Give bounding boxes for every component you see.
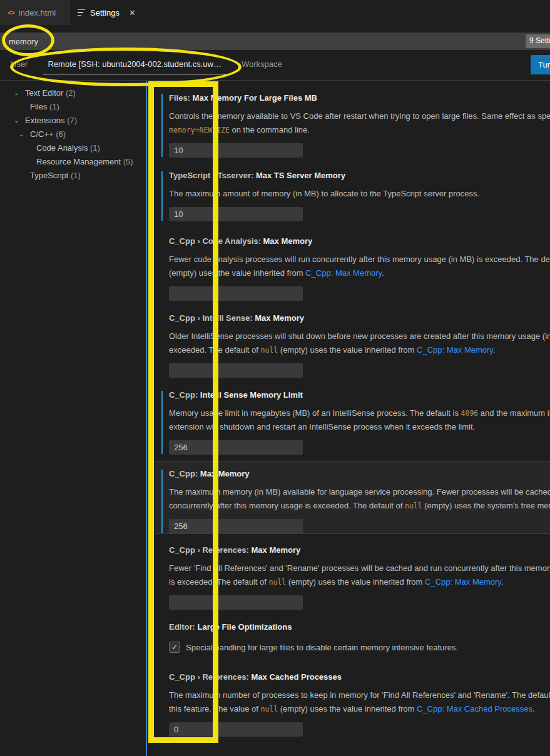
settings-search-input[interactable] xyxy=(0,33,550,50)
toc-item-label: TypeScript xyxy=(30,171,71,180)
description-text: . xyxy=(501,577,504,587)
code-span: null xyxy=(260,705,278,713)
setting-row-c-cpp-references-max-memory: C_Cpp › References: Max MemoryFewer 'Fin… xyxy=(155,538,550,610)
turn-on-settings-sync-button[interactable]: Turn on Settings Sync xyxy=(531,55,550,74)
setting-row-c-cpp-code-analysis-max-memory: C_Cpp › Code Analysis: Max MemoryFewer c… xyxy=(155,229,550,301)
toc-settings-sash[interactable] xyxy=(146,81,147,756)
description-text: . xyxy=(532,704,535,713)
toc-item-count: (2) xyxy=(66,88,76,98)
settings-search-bar: 9 Settings Found xyxy=(0,33,550,50)
modified-indicator xyxy=(161,171,163,221)
toc-item-typescript[interactable]: TypeScript (1) xyxy=(0,169,146,183)
setting-category: Editor: xyxy=(169,622,198,632)
code-span: memory=NEWSIZE xyxy=(169,126,230,134)
description-line: Older IntelliSense processes will shut d… xyxy=(169,330,550,343)
toc-item-code-analysis[interactable]: Code Analysis (1) xyxy=(0,141,146,155)
setting-category: C_Cpp: xyxy=(169,469,200,478)
description-line: Memory usage limit in megabytes (MB) of … xyxy=(169,406,550,420)
description-text: The maximum number of processes to keep … xyxy=(169,690,550,700)
editor-tab-strip: <> index.html Settings ✕ xyxy=(0,0,550,25)
toc-item-c-c-[interactable]: ⌄C/C++ (6) xyxy=(0,128,146,141)
description-line: Controls the memory available to VS Code… xyxy=(169,109,550,123)
description-text: this feature. The value of xyxy=(169,704,260,713)
setting-description: The maximum memory (in MB) available for… xyxy=(169,485,550,513)
chevron-down-icon[interactable]: ⌄ xyxy=(14,114,19,128)
settings-scope-bar: User Remote [SSH: ubuntu2004-002.student… xyxy=(0,50,550,81)
description-line: Fewer 'Find All References' and 'Rename'… xyxy=(169,562,550,575)
description-text: exceeded. The default of xyxy=(169,345,260,355)
settings-toc: ⌄Text Editor (2)Files (1)⌄Extensions (7)… xyxy=(0,81,146,756)
setting-value-input[interactable] xyxy=(169,286,303,301)
setting-value-input[interactable] xyxy=(169,595,303,610)
vscode-settings-window: { "editor_tabs": { "inactive": { "label"… xyxy=(0,0,550,756)
setting-title: C_Cpp: Max Memory xyxy=(169,468,550,480)
description-text: and the maximum is xyxy=(478,408,550,418)
setting-value-input[interactable] xyxy=(169,519,303,533)
tab-settings[interactable]: Settings ✕ xyxy=(70,0,147,25)
setting-name: Max Memory xyxy=(263,236,312,246)
description-text: (empty) uses the value inherited from xyxy=(278,704,417,713)
settings-filter-icon xyxy=(78,9,86,16)
toc-item-text-editor[interactable]: ⌄Text Editor (2) xyxy=(0,86,146,100)
tab-index-html[interactable]: <> index.html xyxy=(0,0,70,25)
setting-category: C_Cpp › References: xyxy=(169,545,251,555)
setting-description: The maximum amount of memory (in MB) to … xyxy=(169,187,550,201)
description-line: (empty) uses the value inherited from C_… xyxy=(169,266,550,280)
code-span: null xyxy=(405,501,422,510)
toc-item-files[interactable]: Files (1) xyxy=(0,100,146,114)
description-text: (empty) uses the value inherited from xyxy=(278,345,417,355)
setting-category: Files: xyxy=(169,93,193,103)
setting-category: C_Cpp › Code Analysis: xyxy=(169,236,263,246)
setting-name: Large File Optimizations xyxy=(198,622,292,632)
setting-category: C_Cpp › References: xyxy=(169,672,251,682)
toc-item-extensions[interactable]: ⌄Extensions (7) xyxy=(0,114,146,128)
description-line: memory=NEWSIZE on the command line. xyxy=(169,123,550,137)
toc-item-label: Files xyxy=(30,102,49,111)
setting-value-input[interactable] xyxy=(169,207,303,221)
setting-row-c-cpp-references-max-cached-processes: C_Cpp › References: Max Cached Processes… xyxy=(155,665,550,737)
setting-link[interactable]: C_Cpp: Max Memory xyxy=(417,345,493,355)
setting-checkbox-row: ✓Special handling for large files to dis… xyxy=(169,641,550,653)
description-line: this feature. The value of null (empty) … xyxy=(169,702,550,716)
setting-description: Older IntelliSense processes will shut d… xyxy=(169,330,550,357)
close-icon[interactable]: ✕ xyxy=(129,8,136,18)
description-line: concurrently after this memory usage is … xyxy=(169,499,550,513)
setting-name: Max Cached Processes xyxy=(251,672,342,682)
description-line: is exceeded. The default of null (empty)… xyxy=(169,575,550,589)
scope-tab-workspace[interactable]: Workspace xyxy=(237,56,287,74)
description-text: The maximum amount of memory (in MB) to … xyxy=(169,189,479,198)
scope-tab-remote-ssh[interactable]: Remote [SSH: ubuntu2004-002.student.cs.u… xyxy=(43,56,226,74)
chevron-down-icon[interactable]: ⌄ xyxy=(19,128,24,141)
setting-value-input[interactable] xyxy=(169,440,303,455)
toc-item-label: Resource Management xyxy=(36,157,123,166)
setting-link[interactable]: C_Cpp: Max Cached Processes xyxy=(417,704,532,713)
setting-link[interactable]: C_Cpp: Max Memory xyxy=(305,268,382,278)
toc-item-resource-management[interactable]: Resource Management (5) xyxy=(0,155,146,169)
checkbox-label: Special handling for large files to disa… xyxy=(186,643,458,652)
setting-row-files-max-memory-for-large-files-mb: Files: Max Memory For Large Files MBCont… xyxy=(155,86,550,158)
description-text: . xyxy=(493,345,496,355)
setting-name: Max TS Server Memory xyxy=(256,171,345,180)
chevron-down-icon[interactable]: ⌄ xyxy=(14,86,19,100)
toc-item-count: (1) xyxy=(71,171,81,180)
setting-title: C_Cpp › References: Max Cached Processes xyxy=(169,672,550,683)
setting-value-input[interactable] xyxy=(169,722,303,737)
description-text: Fewer 'Find All References' and 'Rename'… xyxy=(169,563,550,573)
setting-link[interactable]: C_Cpp: Max Memory xyxy=(425,577,501,587)
description-text: The maximum memory (in MB) available for… xyxy=(169,487,550,496)
setting-value-input[interactable] xyxy=(169,363,303,378)
setting-title: C_Cpp › Intelli Sense: Max Memory xyxy=(169,313,550,324)
scope-tab-user[interactable]: User xyxy=(6,56,32,74)
setting-row-c-cpp-intelli-sense-max-memory: C_Cpp › Intelli Sense: Max MemoryOlder I… xyxy=(155,306,550,378)
setting-row-c-cpp-intelli-sense-memory-limit: C_Cpp: Intelli Sense Memory LimitMemory … xyxy=(155,383,550,455)
checkbox-checked-icon[interactable]: ✓ xyxy=(169,642,180,653)
setting-title: C_Cpp: Intelli Sense Memory Limit xyxy=(169,390,550,401)
description-text: . xyxy=(382,268,384,278)
modified-indicator xyxy=(161,391,163,454)
setting-value-input[interactable] xyxy=(169,143,303,158)
setting-title: Files: Max Memory For Large Files MB xyxy=(169,93,550,104)
description-text: (empty) uses the value inherited from xyxy=(169,268,305,278)
description-text: Memory usage limit in megabytes (MB) of … xyxy=(169,408,461,418)
setting-name: Max Memory xyxy=(251,545,300,555)
setting-description: Memory usage limit in megabytes (MB) of … xyxy=(169,406,550,434)
